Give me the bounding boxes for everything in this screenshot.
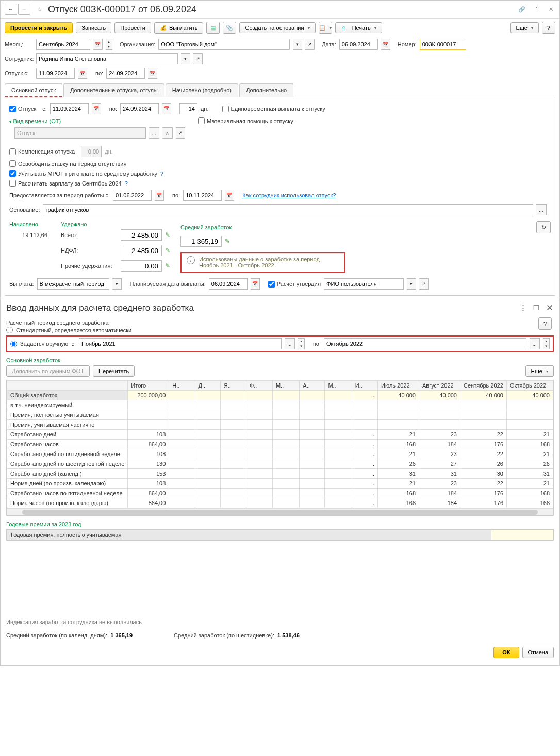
favorite-icon[interactable]: ☆ bbox=[35, 4, 45, 14]
manual-to-ellipsis[interactable]: ... bbox=[530, 338, 540, 349]
annual-table[interactable]: Годовая премия, полностью учитываемая bbox=[6, 529, 554, 541]
release-checkbox[interactable]: Освободить ставку на период отсутствия bbox=[9, 160, 126, 167]
nav-back-button[interactable]: ← bbox=[5, 4, 17, 15]
other-edit-icon[interactable]: ✎ bbox=[165, 262, 170, 270]
doc-icon-button[interactable]: ▤ bbox=[206, 22, 220, 34]
mathelp-checkbox[interactable]: Материальная помощь к отпуску bbox=[198, 117, 293, 124]
attach-icon-button[interactable]: 📎 bbox=[223, 22, 236, 34]
recalc-help[interactable]: ? bbox=[125, 180, 128, 187]
subwin-close-icon[interactable]: ✕ bbox=[546, 303, 554, 313]
avg-field[interactable] bbox=[180, 236, 222, 247]
table-row[interactable]: Отработано дней (календ.)153..31313031 bbox=[7, 469, 553, 479]
copy-icon-button[interactable]: 📋 bbox=[319, 22, 332, 34]
table-row[interactable]: в т.ч. неиндексируемый bbox=[7, 400, 553, 410]
tab-additional[interactable]: Дополнительно bbox=[239, 83, 293, 97]
kebab-icon[interactable]: ⋮ bbox=[532, 6, 541, 13]
time-type-ellipsis[interactable]: ... bbox=[149, 127, 159, 139]
plan-date-field[interactable] bbox=[209, 278, 248, 290]
manual-from-spinner[interactable]: ▲▼ bbox=[298, 338, 305, 349]
approved-checkbox[interactable]: Расчет утвердил bbox=[268, 281, 321, 288]
payment-select[interactable]: ▾ bbox=[112, 278, 122, 290]
subwin-help-button[interactable]: ? bbox=[538, 317, 552, 330]
org-open-icon[interactable]: ↗ bbox=[305, 39, 315, 50]
table-row[interactable]: Отработано часов по пятидневной неделе86… bbox=[7, 489, 553, 498]
nav-fwd-button[interactable]: → bbox=[18, 4, 30, 15]
time-type-clear[interactable]: × bbox=[162, 127, 173, 139]
number-field[interactable] bbox=[420, 39, 466, 50]
vac-to-cal[interactable]: 📅 bbox=[162, 103, 171, 114]
emp-field[interactable] bbox=[36, 53, 178, 64]
to-cal-icon[interactable]: 📅 bbox=[148, 68, 157, 79]
date-cal-icon[interactable]: 📅 bbox=[381, 39, 390, 50]
onetime-checkbox[interactable]: Единовременная выплата к отпуску bbox=[222, 106, 325, 112]
approved-open[interactable]: ↗ bbox=[419, 278, 429, 290]
reread-button[interactable]: Перечитать bbox=[93, 365, 135, 377]
from-field[interactable] bbox=[36, 68, 75, 79]
period-to-field[interactable] bbox=[183, 190, 222, 201]
tab-main[interactable]: Основной отпуск bbox=[5, 83, 62, 97]
avg-edit-icon[interactable]: ✎ bbox=[225, 238, 230, 245]
ok-button[interactable]: ОК bbox=[493, 647, 519, 658]
approved-by-field[interactable] bbox=[324, 278, 404, 290]
table-row[interactable]: Премия, полностью учитываемая bbox=[7, 410, 553, 420]
org-select-icon[interactable]: ▾ bbox=[293, 39, 302, 50]
basis-field[interactable] bbox=[43, 204, 533, 215]
post-close-button[interactable]: Провести и закрыть bbox=[5, 22, 73, 33]
time-type-open[interactable]: ↗ bbox=[176, 127, 185, 139]
ndfl-field[interactable] bbox=[121, 245, 162, 256]
comp-days-field[interactable] bbox=[81, 146, 102, 157]
org-field[interactable] bbox=[158, 39, 290, 50]
plan-date-cal[interactable]: 📅 bbox=[251, 278, 260, 290]
approved-select[interactable]: ▾ bbox=[407, 278, 416, 290]
table-row[interactable]: Норма часов (по произв. календарю)864,00… bbox=[7, 498, 553, 508]
recalc-checkbox[interactable]: Рассчитать зарплату за Сентябрь 2024 bbox=[9, 180, 122, 187]
month-cal-icon[interactable]: 📅 bbox=[93, 39, 103, 50]
manual-radio[interactable] bbox=[10, 341, 17, 347]
refresh-button[interactable]: ↻ bbox=[536, 221, 551, 233]
table-row[interactable]: Отработано дней108..21232221 bbox=[7, 430, 553, 440]
date-field[interactable] bbox=[339, 39, 378, 50]
table-row[interactable]: Отработано дней по шестидневной неделе13… bbox=[7, 459, 553, 469]
subwin-more-button[interactable]: Еще bbox=[525, 365, 554, 377]
month-field[interactable] bbox=[36, 39, 90, 50]
manual-from-ellipsis[interactable]: ... bbox=[285, 338, 295, 349]
close-icon[interactable]: ✕ bbox=[546, 6, 555, 13]
period-to-cal[interactable]: 📅 bbox=[225, 190, 234, 201]
total-edit-icon[interactable]: ✎ bbox=[165, 231, 170, 239]
std-radio[interactable] bbox=[6, 327, 13, 333]
subwin-max-icon[interactable]: □ bbox=[532, 303, 540, 313]
vac-to-field[interactable] bbox=[120, 103, 159, 114]
save-button[interactable]: Записать bbox=[76, 22, 111, 33]
create-based-button[interactable]: Создать на основании bbox=[239, 22, 315, 33]
tab-accrued[interactable]: Начислено (подробно) bbox=[166, 83, 238, 97]
h-scrollbar[interactable] bbox=[7, 508, 553, 515]
table-row[interactable]: Общий заработок200 000,00..40 00040 0004… bbox=[7, 391, 553, 400]
table-row[interactable]: Отработано часов864,00..168184176168 bbox=[7, 440, 553, 449]
table-row[interactable]: Отработано дней по пятидневной неделе108… bbox=[7, 449, 553, 459]
other-field[interactable] bbox=[121, 260, 162, 272]
vacation-checkbox[interactable]: Отпуск bbox=[9, 106, 36, 112]
ndfl-edit-icon[interactable]: ✎ bbox=[165, 247, 170, 254]
basis-ellipsis[interactable]: ... bbox=[536, 204, 547, 215]
post-button[interactable]: Провести bbox=[114, 22, 151, 33]
to-field[interactable] bbox=[106, 68, 145, 79]
help-button[interactable]: ? bbox=[542, 22, 555, 34]
more-button[interactable]: Еще bbox=[510, 22, 539, 33]
print-button[interactable]: 🖨 Печать bbox=[335, 22, 382, 33]
manual-from-field[interactable] bbox=[79, 338, 282, 349]
emp-select-icon[interactable]: ▾ bbox=[181, 53, 190, 64]
used-link[interactable]: Как сотрудник использовал отпуск? bbox=[242, 192, 336, 198]
time-type-link[interactable]: Вид времени (ОТ) bbox=[9, 118, 61, 124]
table-row[interactable]: Норма дней (по произв. календарю)108..21… bbox=[7, 479, 553, 489]
vac-from-field[interactable] bbox=[50, 103, 89, 114]
mrot-help[interactable]: ? bbox=[160, 171, 163, 177]
table-row[interactable]: Премия, учитываемая частично bbox=[7, 420, 553, 430]
comp-checkbox[interactable]: Компенсация отпуска bbox=[9, 148, 75, 155]
payment-field[interactable] bbox=[37, 278, 109, 290]
total-field[interactable] bbox=[121, 229, 162, 241]
manual-to-spinner[interactable]: ▲▼ bbox=[543, 338, 550, 349]
fill-fot-button[interactable]: Дополнить по данным ФОТ bbox=[6, 365, 90, 377]
pay-button[interactable]: 💰Выплатить bbox=[154, 22, 203, 34]
manual-to-field[interactable] bbox=[324, 338, 526, 349]
mrot-checkbox[interactable]: Учитывать МРОТ при оплате по среднему за… bbox=[9, 170, 157, 177]
